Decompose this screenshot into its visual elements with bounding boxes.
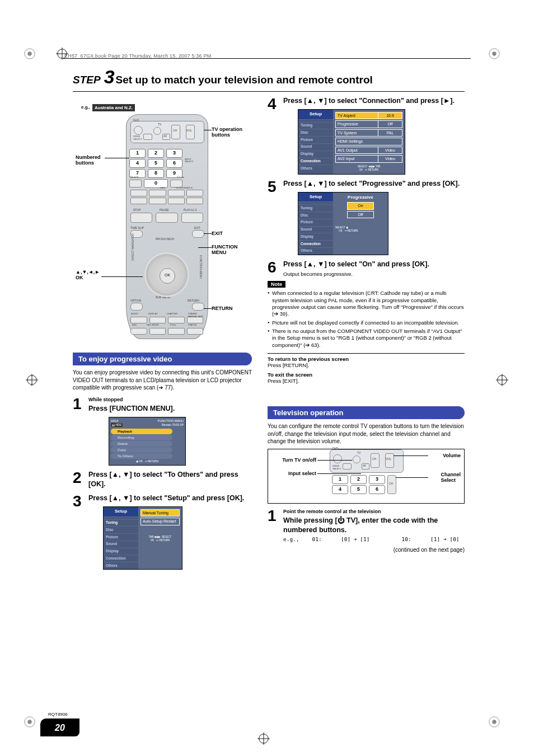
tv-keypad-1: 1 (332, 475, 348, 484)
title-step-number: 3 (104, 66, 115, 88)
tv-keypad-4: 4 (332, 485, 348, 494)
callout-return: RETURN (212, 306, 233, 311)
tv-button-group: DVD TV CH VOL AV DRIVESELECT (130, 121, 204, 143)
step4-text: Press [▲, ▼] to select "Connection" and … (283, 97, 455, 105)
note-item: When connected to a regular television (… (268, 290, 465, 317)
crop-mark-icon (496, 374, 508, 386)
section-progressive-video: To enjoy progressive video (73, 353, 252, 365)
return-body: Press [RETURN]. (268, 362, 465, 368)
step-number-4: 4 (268, 96, 283, 175)
step1-text: Press [FUNCTION MENU]. (88, 405, 175, 412)
title-text: Set up to match your television and remo… (116, 74, 373, 86)
keypad-1: 1 (129, 149, 146, 158)
step-number-2: 2 (73, 470, 88, 489)
tv-step-number-1: 1 (268, 508, 283, 544)
callout-tv-operation: TV operation buttons (212, 126, 242, 138)
keypad-5: 5 (148, 159, 164, 168)
keypad-6: 6 (166, 159, 182, 168)
svg-point-1 (27, 51, 31, 55)
tv-keypad-6: 6 (369, 485, 385, 494)
step5-text: Press [▲, ▼] to select "Progressive" and… (283, 180, 460, 187)
step-number-3: 3 (73, 494, 88, 570)
registration-mark (488, 716, 500, 728)
tv-operation-diagram: Turn TV on/off Input select Volume Chann… (268, 449, 465, 504)
continued-note: (continued on the next page) (268, 547, 465, 553)
title-step: STEP (73, 74, 101, 86)
svg-point-6 (492, 51, 496, 55)
function-menu-screen: DIGA FUNCTION MENU 🖴 HDD Remain 70:00 SP… (109, 417, 186, 466)
label-turn-tv: Turn TV on/off (271, 457, 316, 463)
callout-exit: EXIT (212, 231, 223, 236)
tv-step1-text: While pressing [⏻ TV], enter the code wi… (283, 516, 438, 534)
note-label: Note (268, 281, 285, 288)
label-volume: Volume (443, 453, 461, 458)
crop-mark-icon (257, 732, 270, 745)
callout-numbered: Numbered buttons (76, 154, 101, 166)
tv-keypad-5: 5 (350, 485, 367, 494)
label-input-select: Input select (271, 471, 316, 476)
svg-point-14 (27, 720, 31, 724)
step-number-1: 1 (73, 396, 88, 466)
page-title: STEP 3 Set up to match your television a… (73, 66, 465, 92)
step3-text: Press [▲, ▼] to select "Setup" and press… (88, 494, 244, 502)
header-rule (63, 58, 471, 59)
registration-mark (24, 716, 36, 728)
eg-region-label: Australia and N.Z. (92, 104, 135, 111)
progressive-intro: You can enjoy progressive video by conne… (73, 369, 252, 392)
progressive-screen: Setup Tuning Disc Picture Sound Display … (298, 192, 388, 255)
keypad-2: 2 (148, 149, 164, 158)
page-number: 20 (40, 719, 79, 736)
keypad-4: 4 (129, 159, 146, 168)
registration-mark (24, 48, 36, 60)
connection-screen: Setup Tuning Disc Picture Sound Display … (298, 109, 405, 175)
tv-keypad-3: 3 (369, 475, 385, 484)
step6-result: Output becomes progressive. (283, 271, 465, 278)
tv-step1-example: e.g., 01: [0] ➔ [1] 10: [1] ➔ [0] (283, 536, 465, 543)
step2-text: Press [▲, ▼] to select "To Others" and p… (88, 470, 252, 489)
tv-intro: You can configure the remote control TV … (268, 422, 465, 445)
registration-mark (488, 48, 500, 60)
remote-diagram: e.g., Australia and N.Z. DVD TV CH VOL (73, 98, 235, 345)
step6-text: Press [▲, ▼] to select "On" and press [O… (283, 260, 429, 268)
keypad-3: 3 (166, 149, 182, 158)
tv-step1-condition: Point the remote control at the televisi… (283, 508, 465, 515)
note-list: When connected to a regular television (… (268, 290, 465, 349)
step1-condition: While stopped (88, 396, 252, 403)
tv-keypad-2: 2 (350, 475, 367, 484)
step-number-5: 5 (268, 179, 283, 255)
note-item: There is no output from the COMPONENT VI… (268, 328, 465, 349)
eg-prefix: e.g., (81, 105, 90, 110)
section-television-operation: Television operation (268, 406, 465, 419)
keypad-8: 8 (148, 169, 164, 178)
crop-mark-icon (26, 374, 38, 386)
return-heading: To return to the previous screen (268, 356, 465, 362)
exit-heading: To exit the screen (268, 372, 465, 378)
callout-function-menu: FUNCTION MENU (212, 244, 238, 255)
step-number-6: 6 (268, 260, 283, 278)
label-channel-select: Channel Select (441, 472, 461, 483)
svg-point-16 (492, 720, 496, 724)
callout-arrows-ok: ▲,▼,◄,► OK (76, 269, 100, 280)
setup-screen: Setup Tuning Disc Picture Sound Display … (103, 506, 182, 570)
exit-body: Press [EXIT]. (268, 378, 465, 384)
note-item: Picture will not be displayed correctly … (268, 320, 465, 326)
document-code: RQT8906 (48, 712, 68, 717)
ok-button: OK (160, 268, 175, 284)
